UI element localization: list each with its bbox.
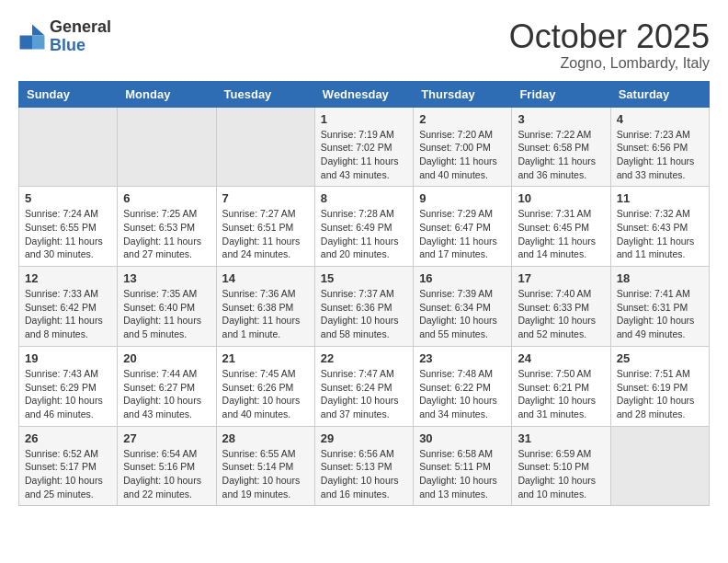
day-info: Sunrise: 7:29 AM Sunset: 6:47 PM Dayligh… (419, 207, 506, 261)
calendar-cell: 6Sunrise: 7:25 AM Sunset: 6:53 PM Daylig… (118, 187, 216, 267)
calendar-cell: 28Sunrise: 6:55 AM Sunset: 5:14 PM Dayli… (216, 426, 314, 506)
svg-marker-2 (20, 35, 33, 49)
day-number: 16 (419, 271, 506, 285)
day-info: Sunrise: 7:48 AM Sunset: 6:22 PM Dayligh… (419, 367, 506, 421)
day-number: 24 (518, 351, 604, 365)
day-number: 20 (123, 351, 210, 365)
calendar-cell: 24Sunrise: 7:50 AM Sunset: 6:21 PM Dayli… (512, 346, 610, 426)
calendar-cell: 21Sunrise: 7:45 AM Sunset: 6:26 PM Dayli… (216, 346, 314, 426)
day-number: 27 (123, 431, 210, 445)
day-number: 9 (419, 191, 506, 205)
day-number: 19 (25, 351, 111, 365)
weekday-header-row: SundayMondayTuesdayWednesdayThursdayFrid… (19, 81, 710, 107)
calendar-week-row: 19Sunrise: 7:43 AM Sunset: 6:29 PM Dayli… (19, 346, 710, 426)
day-info: Sunrise: 6:52 AM Sunset: 5:17 PM Dayligh… (25, 447, 111, 501)
weekday-header-monday: Monday (118, 81, 216, 107)
day-number: 6 (123, 191, 210, 205)
svg-marker-0 (32, 24, 45, 35)
day-info: Sunrise: 7:27 AM Sunset: 6:51 PM Dayligh… (222, 207, 309, 261)
calendar-cell: 9Sunrise: 7:29 AM Sunset: 6:47 PM Daylig… (414, 187, 512, 267)
location-subtitle: Zogno, Lombardy, Italy (509, 55, 710, 72)
day-number: 25 (617, 351, 703, 365)
calendar-cell: 16Sunrise: 7:39 AM Sunset: 6:34 PM Dayli… (414, 267, 512, 347)
day-info: Sunrise: 7:22 AM Sunset: 6:58 PM Dayligh… (518, 128, 604, 182)
calendar-cell: 13Sunrise: 7:35 AM Sunset: 6:40 PM Dayli… (118, 267, 216, 347)
day-info: Sunrise: 7:33 AM Sunset: 6:42 PM Dayligh… (25, 287, 111, 341)
month-title: October 2025 (509, 18, 710, 55)
calendar-cell: 14Sunrise: 7:36 AM Sunset: 6:38 PM Dayli… (216, 267, 314, 347)
day-info: Sunrise: 7:37 AM Sunset: 6:36 PM Dayligh… (321, 287, 407, 341)
day-info: Sunrise: 7:24 AM Sunset: 6:55 PM Dayligh… (25, 207, 111, 261)
calendar-cell: 3Sunrise: 7:22 AM Sunset: 6:58 PM Daylig… (512, 107, 610, 187)
calendar-week-row: 26Sunrise: 6:52 AM Sunset: 5:17 PM Dayli… (19, 426, 710, 506)
day-info: Sunrise: 7:31 AM Sunset: 6:45 PM Dayligh… (518, 207, 604, 261)
calendar-cell: 4Sunrise: 7:23 AM Sunset: 6:56 PM Daylig… (610, 107, 709, 187)
logo-text: General Blue (50, 18, 111, 55)
day-number: 22 (321, 351, 407, 365)
day-number: 1 (321, 112, 407, 126)
day-number: 29 (321, 431, 407, 445)
day-info: Sunrise: 7:28 AM Sunset: 6:49 PM Dayligh… (321, 207, 407, 261)
day-info: Sunrise: 7:47 AM Sunset: 6:24 PM Dayligh… (321, 367, 407, 421)
day-info: Sunrise: 6:55 AM Sunset: 5:14 PM Dayligh… (222, 447, 309, 501)
day-number: 17 (518, 271, 604, 285)
calendar-cell: 18Sunrise: 7:41 AM Sunset: 6:31 PM Dayli… (610, 267, 709, 347)
day-number: 31 (518, 431, 604, 445)
day-info: Sunrise: 7:19 AM Sunset: 7:02 PM Dayligh… (321, 128, 407, 182)
weekday-header-tuesday: Tuesday (216, 81, 314, 107)
day-info: Sunrise: 6:58 AM Sunset: 5:11 PM Dayligh… (419, 447, 506, 501)
logo: General Blue (18, 18, 111, 55)
calendar-cell: 1Sunrise: 7:19 AM Sunset: 7:02 PM Daylig… (314, 107, 413, 187)
calendar-cell: 27Sunrise: 6:54 AM Sunset: 5:16 PM Dayli… (118, 426, 216, 506)
calendar-cell: 20Sunrise: 7:44 AM Sunset: 6:27 PM Dayli… (118, 346, 216, 426)
day-number: 4 (617, 112, 703, 126)
weekday-header-wednesday: Wednesday (314, 81, 413, 107)
calendar-week-row: 12Sunrise: 7:33 AM Sunset: 6:42 PM Dayli… (19, 267, 710, 347)
day-number: 21 (222, 351, 309, 365)
calendar-cell: 5Sunrise: 7:24 AM Sunset: 6:55 PM Daylig… (19, 187, 118, 267)
day-info: Sunrise: 7:41 AM Sunset: 6:31 PM Dayligh… (617, 287, 703, 341)
calendar-cell: 19Sunrise: 7:43 AM Sunset: 6:29 PM Dayli… (19, 346, 118, 426)
calendar-cell: 23Sunrise: 7:48 AM Sunset: 6:22 PM Dayli… (414, 346, 512, 426)
day-number: 7 (222, 191, 309, 205)
day-info: Sunrise: 6:54 AM Sunset: 5:16 PM Dayligh… (123, 447, 210, 501)
weekday-header-sunday: Sunday (19, 81, 118, 107)
calendar-cell: 29Sunrise: 6:56 AM Sunset: 5:13 PM Dayli… (314, 426, 413, 506)
day-info: Sunrise: 7:36 AM Sunset: 6:38 PM Dayligh… (222, 287, 309, 341)
day-number: 28 (222, 431, 309, 445)
day-info: Sunrise: 7:20 AM Sunset: 7:00 PM Dayligh… (419, 128, 506, 182)
day-info: Sunrise: 7:25 AM Sunset: 6:53 PM Dayligh… (123, 207, 210, 261)
weekday-header-friday: Friday (512, 81, 610, 107)
day-number: 12 (25, 271, 111, 285)
calendar-cell: 12Sunrise: 7:33 AM Sunset: 6:42 PM Dayli… (19, 267, 118, 347)
day-number: 30 (419, 431, 506, 445)
day-info: Sunrise: 7:43 AM Sunset: 6:29 PM Dayligh… (25, 367, 111, 421)
calendar-body: 1Sunrise: 7:19 AM Sunset: 7:02 PM Daylig… (19, 107, 710, 506)
weekday-header-saturday: Saturday (610, 81, 709, 107)
day-number: 2 (419, 112, 506, 126)
day-number: 14 (222, 271, 309, 285)
logo-icon (18, 23, 46, 51)
calendar-table: SundayMondayTuesdayWednesdayThursdayFrid… (18, 81, 710, 507)
day-info: Sunrise: 7:35 AM Sunset: 6:40 PM Dayligh… (123, 287, 210, 341)
day-number: 10 (518, 191, 604, 205)
day-number: 26 (25, 431, 111, 445)
day-number: 23 (419, 351, 506, 365)
day-info: Sunrise: 7:40 AM Sunset: 6:33 PM Dayligh… (518, 287, 604, 341)
day-info: Sunrise: 7:44 AM Sunset: 6:27 PM Dayligh… (123, 367, 210, 421)
calendar-header: SundayMondayTuesdayWednesdayThursdayFrid… (19, 81, 710, 107)
day-number: 3 (518, 112, 604, 126)
day-info: Sunrise: 7:51 AM Sunset: 6:19 PM Dayligh… (617, 367, 703, 421)
calendar-cell: 22Sunrise: 7:47 AM Sunset: 6:24 PM Dayli… (314, 346, 413, 426)
calendar-cell: 17Sunrise: 7:40 AM Sunset: 6:33 PM Dayli… (512, 267, 610, 347)
day-number: 18 (617, 271, 703, 285)
svg-marker-1 (32, 35, 45, 49)
day-number: 8 (321, 191, 407, 205)
day-number: 15 (321, 271, 407, 285)
calendar-cell: 7Sunrise: 7:27 AM Sunset: 6:51 PM Daylig… (216, 187, 314, 267)
calendar-cell (118, 107, 216, 187)
calendar-cell: 26Sunrise: 6:52 AM Sunset: 5:17 PM Dayli… (19, 426, 118, 506)
calendar-week-row: 1Sunrise: 7:19 AM Sunset: 7:02 PM Daylig… (19, 107, 710, 187)
page-header: General Blue October 2025 Zogno, Lombard… (18, 18, 710, 72)
day-info: Sunrise: 6:59 AM Sunset: 5:10 PM Dayligh… (518, 447, 604, 501)
